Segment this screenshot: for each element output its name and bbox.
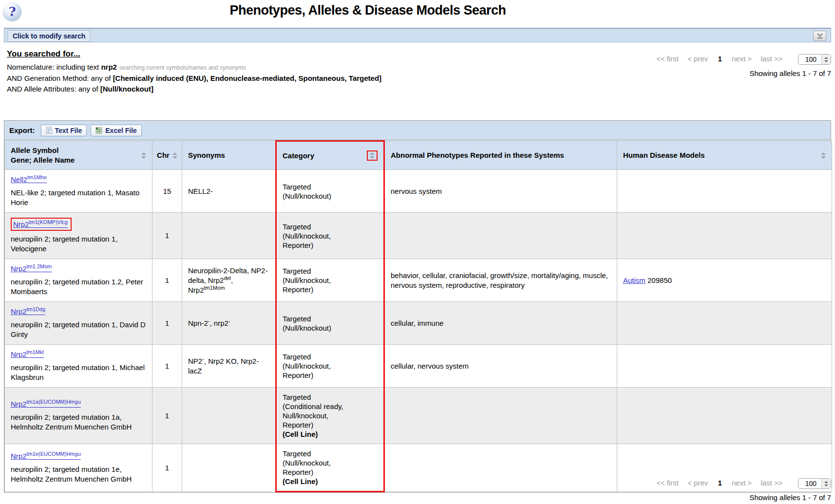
chr-cell: 1 <box>152 388 182 444</box>
modify-search-bar: Click to modify search <box>4 28 831 42</box>
disease-cell <box>617 170 832 213</box>
disease-cell <box>617 302 832 345</box>
export-excel-file-button[interactable]: Excel File <box>91 125 142 136</box>
disease-cell: Autism 209850 <box>617 259 832 302</box>
sort-category-icon[interactable] <box>370 152 375 159</box>
allele-symbol-link[interactable]: Nell2tm1Mho <box>11 175 47 184</box>
allele-cell: Nrp2tm1Mkl neuropilin 2; targeted mutati… <box>5 345 152 388</box>
prev-page-link[interactable]: < prev <box>687 479 708 487</box>
results-table: Export: Text File <box>4 120 831 493</box>
chr-cell: 1 <box>152 345 182 388</box>
results-body: Nell2tm1Mho NEL-like 2; targeted mutatio… <box>5 170 832 492</box>
allele-symbol-link[interactable]: Nrp2tm1e(EUCOMM)Hmgu <box>11 452 81 460</box>
disease-link[interactable]: Autism <box>623 276 645 284</box>
category-cell: Targeted(Null/knockout,Reporter)(Cell Li… <box>276 444 384 492</box>
allele-cell: Nrp2tm1Ddg neuropilin 2; targeted mutati… <box>5 302 152 345</box>
attributes-value: [Null/knockout] <box>100 85 153 93</box>
text-file-label: Text File <box>55 127 82 134</box>
collapse-icon <box>816 33 824 39</box>
nomenclature-note: searching current symbols/names and syno… <box>119 64 246 71</box>
category-cell: Targeted(Null/knockout) <box>276 302 384 345</box>
phenotypes-header-label: Abnormal Phenotypes Reported in these Sy… <box>391 151 564 159</box>
gene-allele-name: neuropilin 2; targeted mutation 1, David… <box>11 320 146 339</box>
category-cell: Targeted(Null/knockout) <box>276 170 384 213</box>
sort-disease-icon[interactable] <box>821 152 826 159</box>
allele-symbol-link[interactable]: Nrp2tm1Ddg <box>11 307 45 316</box>
synonyms-cell: NELL2- <box>182 170 276 213</box>
allele-header-line2: Gene; Allele Name <box>11 155 75 165</box>
disease-header-label: Human Disease Models <box>623 150 705 160</box>
column-header-disease-models[interactable]: Human Disease Models <box>617 141 832 170</box>
allele-cell: Nrp2tm1a(EUCOMM)Hmgu neuropilin 2; targe… <box>5 388 152 444</box>
page: ? Phenotypes, Alleles & Disease Models S… <box>0 0 835 504</box>
pagination-controls: << first < prev 1 next > last >> 100 <box>653 54 831 65</box>
synonyms-cell <box>182 444 276 492</box>
gene-allele-name: neuropilin 2; targeted mutation 1, Veloc… <box>11 234 146 254</box>
search-summary: You searched for... Nomenclature: includ… <box>7 49 404 94</box>
gene-allele-name: neuropilin 2; targeted mutation 1e, Helm… <box>11 465 146 484</box>
category-cell: Targeted(Null/knockout,Reporter) <box>276 259 384 302</box>
phenotypes-cell <box>384 444 617 492</box>
chr-cell: 1 <box>152 213 182 259</box>
gene-allele-name: neuropilin 2; targeted mutation 1.2, Pet… <box>11 277 146 297</box>
first-page-link[interactable]: << first <box>656 479 679 487</box>
export-text-file-button[interactable]: Text File <box>41 125 87 136</box>
prev-page-link[interactable]: < prev <box>687 55 708 63</box>
column-header-allele-symbol[interactable]: Allele Symbol Gene; Allele Name <box>5 141 152 170</box>
first-page-link[interactable]: << first <box>656 55 679 63</box>
allele-cell: Nell2tm1Mho NEL-like 2; targeted mutatio… <box>5 170 152 213</box>
collapse-button[interactable] <box>813 31 826 41</box>
pagination-bottom: << first < prev 1 next > last >> 100 Sho… <box>653 478 831 502</box>
synonyms-cell: Neuropilin-2-Delta, NP2-delta, Nrp2del, … <box>182 259 276 302</box>
sort-allele-icon[interactable] <box>141 152 146 159</box>
phenotypes-cell <box>384 388 617 444</box>
chr-cell: 15 <box>152 170 182 213</box>
generation-value: [Chemically induced (ENU), Endonuclease-… <box>113 74 381 82</box>
column-header-chr[interactable]: Chr <box>152 141 182 170</box>
gene-allele-name: NEL-like 2; targeted mutation 1, Masato … <box>11 188 146 207</box>
disease-cell <box>617 345 832 388</box>
current-page: 1 <box>718 55 721 63</box>
table-row: Nrp2tm1Ddg neuropilin 2; targeted mutati… <box>5 302 832 345</box>
gene-allele-name: neuropilin 2; targeted mutation 1a, Helm… <box>11 412 146 432</box>
disease-cell <box>617 388 832 444</box>
last-page-link[interactable]: last >> <box>760 55 782 63</box>
category-cell: Targeted(Conditional ready,Null/knockout… <box>276 388 384 444</box>
table-row: Nrp2tm1.2Mom neuropilin 2; targeted muta… <box>5 259 832 302</box>
allele-symbol-link[interactable]: Nrp2tm1(KOMP)Vlcg <box>13 220 68 228</box>
allele-symbol-link[interactable]: Nrp2tm1a(EUCOMM)Hmgu <box>11 400 81 408</box>
table-row: Nrp2tm1a(EUCOMM)Hmgu neuropilin 2; targe… <box>5 388 832 444</box>
next-page-link[interactable]: next > <box>732 479 752 487</box>
pagination-controls: << first < prev 1 next > last >> 100 <box>653 478 831 489</box>
allele-symbol-link[interactable]: Nrp2tm1.2Mom <box>11 264 52 273</box>
sort-chr-icon[interactable] <box>172 152 177 159</box>
page-size-select[interactable]: 100 <box>798 54 831 65</box>
chr-header-label: Chr <box>157 150 170 160</box>
phenotypes-cell: cellular, nervous system <box>384 345 617 388</box>
category-sort-highlight-box <box>367 150 378 161</box>
nomenclature-line: Nomenclature: including text nrp2searchi… <box>7 62 404 73</box>
category-cell: Targeted(Null/knockout,Reporter) <box>276 213 384 259</box>
chr-cell: 1 <box>152 259 182 302</box>
synonyms-cell: Npn-2-, nrp2- <box>182 302 276 345</box>
synonyms-cell: NP2-, Nrp2 KO, Nrp2-lacZ <box>182 345 276 388</box>
synonyms-header-label: Synonyms <box>188 151 225 159</box>
gene-allele-name: neuropilin 2; targeted mutation 1, Micha… <box>11 363 146 382</box>
column-header-phenotypes: Abnormal Phenotypes Reported in these Sy… <box>384 141 617 170</box>
next-page-link[interactable]: next > <box>732 55 752 63</box>
allele-cell: Nrp2tm1(KOMP)Vlcg neuropilin 2; targeted… <box>5 213 152 259</box>
allele-symbol-link[interactable]: Nrp2tm1Mkl <box>11 350 44 358</box>
page-title: Phenotypes, Alleles & Disease Models Sea… <box>0 3 736 18</box>
export-bar: Export: Text File <box>4 121 831 140</box>
modify-search-button[interactable]: Click to modify search <box>8 30 90 42</box>
column-header-category[interactable]: Category <box>276 141 384 170</box>
stepper-icon <box>821 55 831 64</box>
generation-label: AND Generation Method: any of <box>7 74 113 82</box>
last-page-link[interactable]: last >> <box>760 479 782 487</box>
showing-count: Showing alleles 1 - 7 of 7 <box>653 69 831 77</box>
page-size-select[interactable]: 100 <box>798 478 831 489</box>
chr-cell: 1 <box>152 444 182 492</box>
synonyms-cell <box>182 213 276 259</box>
page-size-value: 100 <box>798 479 821 488</box>
allele-attributes-line: AND Allele Attributes: any of [Null/knoc… <box>7 84 404 94</box>
